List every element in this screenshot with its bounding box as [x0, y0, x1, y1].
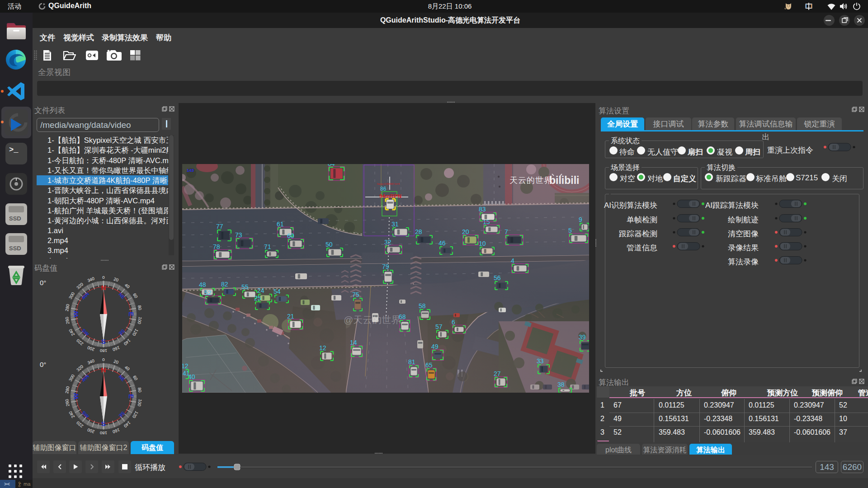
svg-text:天云的世界: 天云的世界: [509, 176, 552, 185]
svg-text:56: 56: [494, 274, 501, 282]
svg-text:200: 200: [87, 427, 95, 435]
svg-text:25: 25: [254, 295, 261, 302]
svg-text:80: 80: [137, 387, 143, 393]
svg-text:58: 58: [419, 302, 426, 310]
svg-text:49: 49: [431, 343, 439, 350]
svg-text:20: 20: [462, 228, 469, 235]
svg-text:54: 54: [274, 288, 281, 295]
svg-text:frame:0.994567,fx=4: frame:0.994567,fx=4: [377, 183, 400, 185]
svg-text:320: 320: [75, 282, 84, 290]
svg-text:260: 260: [64, 399, 71, 407]
svg-text:W: W: [72, 393, 80, 399]
svg-text:0: 0: [102, 357, 104, 362]
svg-text:31: 31: [392, 221, 399, 228]
svg-text:83: 83: [479, 206, 486, 213]
svg-text:180: 180: [100, 431, 107, 436]
svg-text:86: 86: [380, 186, 387, 192]
svg-text:77: 77: [216, 223, 223, 230]
svg-text:73: 73: [235, 231, 242, 239]
svg-text:61: 61: [277, 221, 284, 228]
svg-text:20: 20: [113, 358, 119, 365]
svg-text:33: 33: [537, 357, 544, 365]
svg-text:40: 40: [124, 282, 131, 289]
svg-text:60: 60: [287, 232, 294, 239]
svg-text:340: 340: [87, 276, 95, 283]
svg-text:21: 21: [287, 313, 294, 320]
svg-text:24: 24: [257, 287, 264, 294]
svg-text:12: 12: [319, 344, 326, 352]
svg-text:100: 100: [137, 316, 143, 324]
svg-text:143: 143: [187, 168, 194, 173]
svg-text:75: 75: [352, 291, 359, 298]
svg-text:10: 10: [479, 240, 486, 247]
svg-text:320: 320: [75, 364, 84, 372]
svg-text:65: 65: [425, 361, 433, 369]
svg-text:50: 50: [326, 241, 333, 248]
svg-text:27: 27: [494, 370, 501, 377]
svg-text:SW: SW: [81, 410, 90, 419]
svg-text:160: 160: [112, 427, 121, 435]
svg-text:79: 79: [382, 263, 389, 270]
svg-text:57: 57: [435, 323, 443, 330]
svg-text:80: 80: [137, 305, 143, 310]
svg-text:28: 28: [415, 228, 422, 235]
svg-text:32: 32: [384, 239, 392, 246]
svg-text:260: 260: [64, 316, 71, 324]
svg-text:NE: NE: [118, 374, 126, 382]
svg-text:40: 40: [124, 365, 131, 371]
svg-text:340: 340: [87, 358, 95, 366]
svg-text:14: 14: [350, 339, 357, 346]
svg-text:94mRPN: 94mRPN: [379, 193, 401, 199]
svg-text:220: 220: [75, 338, 84, 347]
svg-text:7: 7: [505, 228, 508, 235]
svg-text:6: 6: [452, 319, 455, 326]
svg-text:140: 140: [123, 420, 132, 429]
svg-text:SW: SW: [81, 328, 90, 337]
svg-text:4: 4: [511, 257, 514, 264]
svg-text:SE: SE: [118, 328, 126, 336]
svg-text:E: E: [127, 312, 135, 316]
svg-text:60: 60: [132, 375, 139, 381]
svg-text:100: 100: [137, 399, 143, 407]
svg-text:140: 140: [123, 338, 132, 347]
svg-text:52: 52: [204, 289, 212, 296]
svg-text:NW: NW: [81, 291, 90, 301]
svg-text:bilibili: bilibili: [549, 174, 579, 186]
svg-text:W: W: [72, 310, 80, 317]
svg-text:60: 60: [132, 292, 139, 299]
svg-text:@天云的世界: @天云的世界: [344, 314, 401, 325]
svg-text:38: 38: [557, 381, 565, 388]
svg-text:48: 48: [199, 281, 206, 288]
svg-text:220: 220: [75, 420, 84, 429]
svg-text:82: 82: [221, 281, 228, 288]
svg-text:SE: SE: [118, 410, 126, 418]
svg-text:46: 46: [439, 239, 446, 247]
svg-text:55: 55: [241, 283, 249, 291]
svg-text:280: 280: [64, 386, 71, 394]
svg-text:NE: NE: [118, 291, 126, 300]
svg-text:280: 280: [64, 304, 71, 312]
svg-text:84: 84: [328, 164, 335, 167]
svg-text:71: 71: [264, 243, 271, 250]
svg-text:39: 39: [579, 333, 586, 341]
svg-text:81: 81: [408, 358, 415, 366]
svg-text:78: 78: [213, 243, 220, 250]
svg-text:12: 12: [182, 362, 189, 370]
svg-text:NW: NW: [81, 374, 90, 383]
svg-text:E: E: [127, 394, 135, 399]
